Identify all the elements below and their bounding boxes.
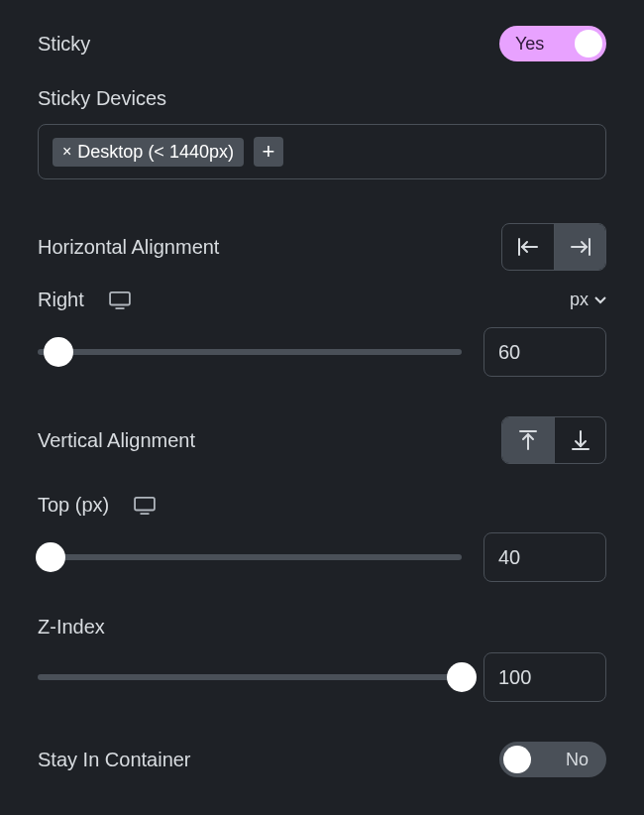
align-bottom-icon <box>571 428 590 452</box>
top-input[interactable] <box>483 532 606 582</box>
desktop-icon[interactable] <box>108 291 132 309</box>
stay-in-container-label: Stay In Container <box>38 749 191 771</box>
chevron-down-icon <box>594 296 606 304</box>
svg-rect-4 <box>110 291 130 304</box>
sticky-label: Sticky <box>38 33 90 56</box>
toggle-knob <box>503 746 531 773</box>
align-top-icon <box>518 428 538 452</box>
right-input[interactable] <box>483 327 606 377</box>
stay-toggle-text: No <box>566 750 589 770</box>
sticky-toggle[interactable]: Yes <box>499 26 606 61</box>
sticky-toggle-text: Yes <box>515 34 544 55</box>
desktop-icon[interactable] <box>133 497 157 515</box>
add-device-button[interactable]: + <box>254 137 283 167</box>
align-right-button[interactable] <box>554 224 605 270</box>
align-top-button[interactable] <box>502 417 554 463</box>
sticky-devices-label: Sticky Devices <box>38 87 606 110</box>
svg-rect-10 <box>135 497 155 510</box>
zindex-slider[interactable] <box>38 674 462 680</box>
align-bottom-button[interactable] <box>554 417 605 463</box>
top-slider[interactable] <box>38 554 462 560</box>
vertical-alignment-segment <box>501 416 606 464</box>
sticky-devices-field[interactable]: × Desktop (< 1440px) + <box>38 124 606 179</box>
slider-thumb[interactable] <box>36 542 65 572</box>
right-unit-value: px <box>570 290 589 310</box>
top-label: Top (px) <box>38 494 109 517</box>
remove-tag-icon[interactable]: × <box>62 144 71 160</box>
zindex-label: Z-Index <box>38 616 606 639</box>
stay-in-container-toggle[interactable]: No <box>499 742 606 777</box>
zindex-input[interactable] <box>483 652 606 702</box>
vertical-alignment-label: Vertical Alignment <box>38 429 195 452</box>
horizontal-alignment-label: Horizontal Alignment <box>38 236 219 259</box>
toggle-knob <box>575 30 602 58</box>
horizontal-alignment-segment <box>501 223 606 271</box>
align-left-button[interactable] <box>502 224 554 270</box>
align-left-icon <box>516 237 540 257</box>
right-slider[interactable] <box>38 349 462 355</box>
right-label: Right <box>38 289 84 311</box>
right-unit-select[interactable]: px <box>570 290 606 310</box>
device-tag-label: Desktop (< 1440px) <box>77 142 234 163</box>
slider-thumb[interactable] <box>44 337 73 367</box>
slider-thumb[interactable] <box>447 662 477 692</box>
align-right-icon <box>569 237 592 257</box>
device-tag[interactable]: × Desktop (< 1440px) <box>53 138 244 167</box>
